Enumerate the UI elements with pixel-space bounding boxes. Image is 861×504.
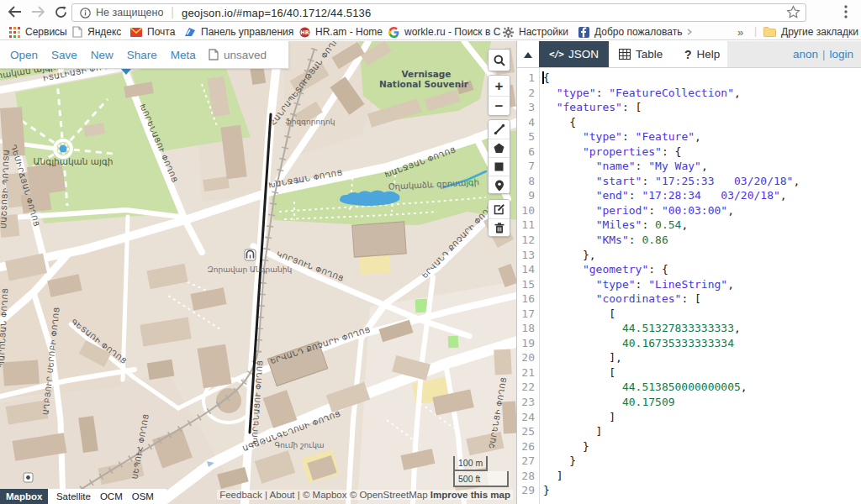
- map-label: Գումի շուկա: [274, 441, 324, 449]
- osm-link[interactable]: © OpenStreetMap: [350, 490, 428, 500]
- edit-feature-button[interactable]: [489, 200, 510, 218]
- panel-icon: [184, 27, 196, 37]
- meta-button[interactable]: Meta: [171, 49, 196, 61]
- delete-feature-button[interactable]: [489, 218, 510, 237]
- facebook-icon: [578, 27, 589, 38]
- geojson-io-app: Անգլիական այգիԹատերական այգիVernisageNat…: [0, 41, 861, 504]
- code-line[interactable]: "properties": {: [543, 144, 861, 160]
- url-text[interactable]: geojson.io/#map=16/40.1712/44.5136: [182, 7, 371, 19]
- code-line[interactable]: ],: [543, 350, 861, 365]
- code-line[interactable]: "type": "FeatureCollection",: [543, 86, 861, 101]
- code-icon: </>: [549, 49, 563, 60]
- code-line[interactable]: ]: [543, 410, 861, 425]
- other-bookmarks[interactable]: Другие закладки: [763, 24, 858, 39]
- code-line[interactable]: [: [543, 307, 861, 322]
- save-button[interactable]: Save: [51, 49, 77, 61]
- code-line[interactable]: "type": "LineString",: [543, 277, 861, 292]
- draw-rectangle-button[interactable]: [489, 157, 510, 176]
- improve-map-link[interactable]: Improve this map: [430, 490, 510, 500]
- code-line[interactable]: }: [543, 439, 861, 454]
- bookmark-settings[interactable]: Настройки: [503, 24, 568, 39]
- collapse-panel-icon[interactable]: [524, 52, 532, 58]
- code-line[interactable]: {: [543, 71, 861, 86]
- code-line[interactable]: "start": "17:25:33 03/20/18",: [543, 174, 861, 189]
- auth-area: anon | login: [727, 41, 861, 67]
- code-line[interactable]: },: [543, 248, 861, 263]
- code-line[interactable]: ]: [543, 469, 861, 484]
- draw-line-button[interactable]: [489, 120, 510, 139]
- rectangle-tool-icon: [494, 162, 504, 171]
- layer-satellite[interactable]: Satellite: [51, 491, 95, 501]
- anon-link[interactable]: anon: [793, 48, 818, 60]
- bookmark-yandex[interactable]: Яндекс: [72, 24, 121, 39]
- map-canvas[interactable]: Անգլիական այգիԹատերական այգիVernisageNat…: [0, 41, 516, 504]
- layer-ocm[interactable]: OCM: [95, 491, 127, 501]
- map-label: Vernisage: [402, 69, 452, 79]
- draw-tools: [488, 119, 510, 194]
- bookmark-apps[interactable]: Сервисы: [9, 24, 67, 39]
- feedback-link[interactable]: Feedback: [219, 490, 262, 500]
- mapbox-link[interactable]: © Mapbox: [303, 490, 347, 500]
- code-line[interactable]: ]: [543, 424, 861, 439]
- search-button[interactable]: [489, 50, 510, 71]
- scale-metric: 100 m: [453, 456, 488, 471]
- code-line[interactable]: "name": "My Way",: [543, 159, 861, 174]
- code-line[interactable]: "type": "Feature",: [543, 129, 861, 144]
- back-button[interactable]: [4, 2, 24, 22]
- code-line[interactable]: 44.51327833333333,: [543, 321, 861, 336]
- layer-mapbox[interactable]: Mapbox: [0, 489, 48, 504]
- bookmarks-overflow[interactable]: »: [737, 24, 743, 39]
- code-line[interactable]: [: [543, 365, 861, 381]
- bookmark-facebook[interactable]: Добро пожаловать: [578, 24, 692, 39]
- open-button[interactable]: Open: [10, 49, 38, 61]
- bookmark-star-icon[interactable]: [786, 5, 800, 23]
- forward-button[interactable]: [28, 2, 48, 22]
- zoom-out-button[interactable]: −: [489, 96, 510, 116]
- reload-button[interactable]: [50, 2, 71, 22]
- map-label: Զորավար Անդրանիկ: [208, 265, 292, 274]
- about-link[interactable]: About: [269, 490, 294, 500]
- bookmark-workle[interactable]: workle.ru - Поиск в С: [388, 24, 500, 39]
- code-line[interactable]: "geometry": {: [543, 262, 861, 277]
- code-line[interactable]: "coordinates": [: [543, 291, 861, 307]
- login-link[interactable]: login: [829, 48, 853, 60]
- code-line[interactable]: 40.16735333333334: [543, 336, 861, 351]
- code-line[interactable]: }: [543, 483, 861, 498]
- folder-icon: [763, 27, 776, 37]
- info-icon[interactable]: [80, 8, 91, 18]
- zoom-in-button[interactable]: +: [489, 76, 510, 96]
- json-editor[interactable]: 1234567891011121314151617181920212223242…: [517, 68, 861, 504]
- save-status: unsaved: [209, 49, 267, 61]
- draw-polygon-button[interactable]: [489, 139, 510, 157]
- bus-stop-icon: [24, 473, 33, 482]
- tab-table[interactable]: Table: [619, 41, 663, 67]
- editor-code[interactable]: { "type": "FeatureCollection", "features…: [517, 68, 861, 504]
- map-label: Անգլիական այգի: [34, 156, 114, 166]
- page-icon: [72, 26, 82, 38]
- new-button[interactable]: New: [91, 49, 114, 61]
- menu-dots-icon[interactable]: [836, 2, 856, 22]
- layer-switcher: Mapbox Satellite OCM OSM: [0, 489, 166, 504]
- code-line[interactable]: "period": "00:03:00",: [543, 203, 861, 218]
- code-line[interactable]: 40.17509: [543, 395, 861, 410]
- layer-osm[interactable]: OSM: [127, 491, 158, 501]
- code-line[interactable]: "KMs": 0.86: [543, 233, 861, 248]
- tab-help[interactable]: ? Help: [684, 41, 720, 67]
- code-line[interactable]: "Miles": 0.54,: [543, 218, 861, 233]
- marker-tool-icon: [494, 180, 504, 192]
- tab-json[interactable]: </> JSON: [539, 41, 609, 67]
- code-line[interactable]: }: [543, 454, 861, 469]
- code-line[interactable]: "end": "17:28:34 03/20/18",: [543, 188, 861, 203]
- share-button[interactable]: Share: [127, 49, 157, 61]
- code-line[interactable]: "features": [: [543, 100, 861, 115]
- address-bar[interactable]: Не защищено | geojson.io/#map=16/40.1712…: [71, 3, 806, 22]
- security-label: Не защищено: [96, 7, 163, 18]
- bookmark-hram[interactable]: HR HR.am - Home: [299, 24, 383, 39]
- bookmark-panel[interactable]: Панель управления: [184, 24, 293, 39]
- bookmark-mail[interactable]: Почта: [130, 24, 175, 39]
- browser-navbar: Не защищено | geojson.io/#map=16/40.1712…: [0, 0, 861, 24]
- draw-marker-button[interactable]: [489, 176, 510, 194]
- code-line[interactable]: 44.513850000000005,: [543, 380, 861, 395]
- gear-icon: [503, 27, 514, 38]
- code-line[interactable]: {: [543, 115, 861, 130]
